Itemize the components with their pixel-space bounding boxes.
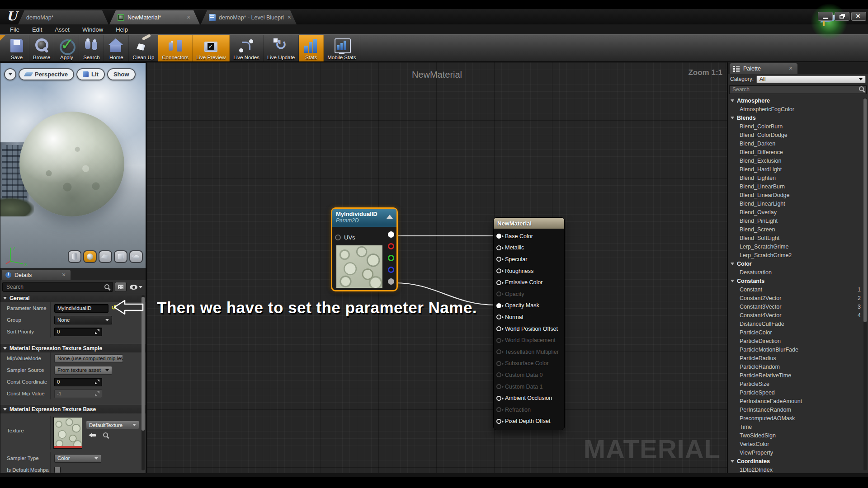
- drag-resize-icon[interactable]: [95, 380, 99, 384]
- section-texture-base[interactable]: Material Expression Texture Base: [0, 405, 146, 413]
- close-icon[interactable]: [61, 272, 67, 278]
- menu-item[interactable]: Window: [76, 26, 109, 33]
- palette-item[interactable]: Lerp_ScratchGrime2: [728, 251, 863, 259]
- window-close-button[interactable]: [851, 12, 866, 21]
- input-pin-icon[interactable]: [496, 303, 501, 308]
- input-pin-icon[interactable]: [496, 268, 501, 273]
- stats-button[interactable]: Stats: [299, 35, 324, 61]
- clean-up-button[interactable]: Clean Up: [129, 35, 158, 61]
- material-pin-row[interactable]: Specular: [494, 253, 564, 265]
- texture-asset-dropdown[interactable]: DefaultTexture: [86, 421, 139, 429]
- palette-item[interactable]: Color: [728, 259, 863, 268]
- viewport-options-button[interactable]: [4, 68, 16, 80]
- category-dropdown[interactable]: All: [756, 75, 866, 83]
- palette-item[interactable]: Blend_PinLight: [728, 216, 863, 225]
- red-pin[interactable]: [388, 243, 394, 249]
- palette-item[interactable]: Constant 1: [728, 285, 863, 294]
- palette-scrollbar[interactable]: [863, 98, 867, 470]
- material-pin-row[interactable]: Subsurface Color: [494, 358, 564, 370]
- palette-item[interactable]: Blend_SoftLight: [728, 234, 863, 242]
- menu-item[interactable]: Edit: [26, 26, 48, 33]
- palette-item[interactable]: Blend_Exclusion: [728, 156, 863, 165]
- search-button[interactable]: Search: [79, 35, 104, 61]
- input-pin-icon[interactable]: [496, 338, 501, 343]
- parameter-name-field[interactable]: MyIndividualID: [54, 304, 108, 313]
- material-pin-row[interactable]: Opacity: [494, 288, 564, 300]
- close-icon[interactable]: [186, 15, 192, 20]
- palette-item[interactable]: Constants: [728, 277, 863, 285]
- blue-pin[interactable]: [388, 267, 394, 273]
- mip-value-mode-dropdown[interactable]: None (use computed mip lev: [54, 354, 123, 363]
- browse-button[interactable]: Browse: [29, 35, 54, 61]
- palette-item[interactable]: Lerp_ScratchGrime: [728, 242, 863, 251]
- collapse-node-icon[interactable]: [387, 215, 393, 219]
- palette-item[interactable]: PrecomputedAOMask: [728, 414, 863, 422]
- material-pin-row[interactable]: Ambient Occlusion: [494, 392, 564, 404]
- palette-item[interactable]: ParticleColor: [728, 328, 863, 337]
- drag-resize-icon[interactable]: [95, 329, 99, 334]
- mobile-stats-button[interactable]: Mobile Stats: [324, 35, 360, 61]
- tab-level-blueprint[interactable]: demoMap* - Level Bluepri: [201, 10, 297, 24]
- param2d-node[interactable]: MyIndividualID Param2D UVs: [331, 207, 398, 291]
- palette-item[interactable]: Constant2Vector 2: [728, 294, 863, 302]
- plane-shape-button[interactable]: [99, 250, 112, 263]
- view-options-button[interactable]: [128, 282, 144, 292]
- window-restore-button[interactable]: [835, 12, 849, 21]
- uvs-input-pin[interactable]: [335, 235, 341, 240]
- input-pin-icon[interactable]: [496, 314, 501, 319]
- material-node-header[interactable]: NewMaterial: [494, 218, 564, 229]
- palette-item[interactable]: Blend_Overlay: [728, 208, 863, 216]
- details-scrollbar[interactable]: [142, 295, 145, 470]
- texture-thumbnail[interactable]: [53, 417, 82, 449]
- palette-item[interactable]: Coordinates: [728, 457, 863, 465]
- tab-demomap[interactable]: demoMap*: [18, 10, 108, 24]
- green-pin[interactable]: [388, 255, 394, 261]
- material-pin-row[interactable]: Pixel Depth Offset: [494, 416, 564, 427]
- palette-item[interactable]: Blend_LinearBurn: [728, 182, 863, 191]
- palette-item[interactable]: Blend_ColorBurn: [728, 122, 863, 131]
- menu-item[interactable]: File: [4, 26, 26, 33]
- material-pin-row[interactable]: World Displacement: [494, 334, 564, 346]
- sort-priority-field[interactable]: 0: [54, 328, 102, 336]
- palette-item[interactable]: ParticleSpeed: [728, 388, 863, 397]
- palette-item[interactable]: AtmosphericFogColor: [728, 105, 863, 113]
- input-pin-icon[interactable]: [496, 257, 501, 262]
- live-nodes-button[interactable]: Live Nodes: [230, 35, 264, 61]
- palette-item[interactable]: TwoSidedSign: [728, 431, 863, 440]
- rgb-pin[interactable]: [388, 231, 394, 238]
- palette-item[interactable]: PerInstanceFadeAmount: [728, 397, 863, 405]
- palette-item[interactable]: VertexColor: [728, 440, 863, 448]
- material-pin-row[interactable]: Base Color: [494, 230, 564, 242]
- input-pin-icon[interactable]: [496, 419, 501, 424]
- const-coordinate-field[interactable]: 0: [54, 378, 102, 386]
- alpha-pin[interactable]: [388, 278, 394, 285]
- sphere-shape-button[interactable]: [83, 250, 97, 263]
- input-pin-icon[interactable]: [496, 372, 501, 377]
- palette-item[interactable]: Blends: [728, 113, 863, 122]
- palette-item[interactable]: Atmosphere: [728, 96, 863, 105]
- palette-item[interactable]: ParticleRadius: [728, 354, 863, 362]
- input-pin-icon[interactable]: [496, 291, 501, 296]
- material-pin-row[interactable]: Metallic: [494, 242, 564, 254]
- close-icon[interactable]: [788, 66, 794, 71]
- material-pin-row[interactable]: Emissive Color: [494, 277, 564, 288]
- connectors-button[interactable]: Connectors: [158, 35, 193, 61]
- material-pin-row[interactable]: World Position Offset: [494, 323, 564, 335]
- section-texture-sample[interactable]: Material Expression Texture Sample: [0, 344, 146, 352]
- palette-item[interactable]: Constant4Vector 4: [728, 311, 863, 319]
- close-icon[interactable]: [287, 15, 288, 20]
- palette-item[interactable]: ParticleMotionBlurFade: [728, 345, 863, 354]
- palette-item[interactable]: PerInstanceRandom: [728, 405, 863, 414]
- palette-item[interactable]: Blend_Darken: [728, 139, 863, 148]
- material-graph[interactable]: NewMaterial Zoom 1:1 MATERIAL MyIndividu…: [146, 62, 728, 473]
- palette-item[interactable]: 1Dto2DIndex: [728, 465, 863, 473]
- material-pin-row[interactable]: Normal: [494, 311, 564, 323]
- save-button[interactable]: Save: [5, 35, 29, 61]
- palette-item[interactable]: Blend_Screen: [728, 225, 863, 234]
- cube-shape-button[interactable]: [114, 250, 127, 263]
- tab-details[interactable]: Details: [2, 270, 71, 280]
- sampler-type-dropdown[interactable]: Color: [54, 454, 101, 463]
- menu-item[interactable]: Help: [109, 26, 134, 33]
- is-default-checkbox[interactable]: [54, 467, 61, 473]
- browse-to-asset-icon[interactable]: [103, 432, 109, 438]
